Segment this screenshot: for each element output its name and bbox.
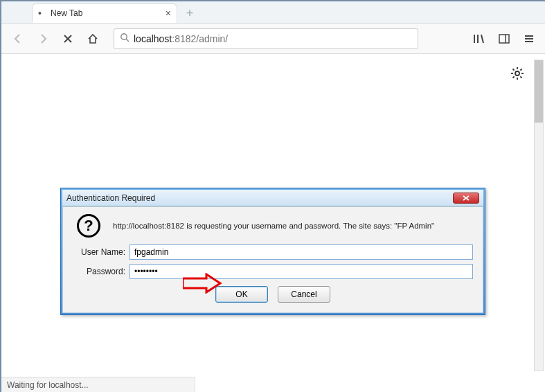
- forward-button[interactable]: [33, 29, 53, 48]
- cancel-button[interactable]: Cancel: [278, 286, 330, 303]
- scrollbar[interactable]: [534, 60, 544, 371]
- svg-point-16: [515, 71, 519, 75]
- dialog-title-text: Authentication Required: [66, 193, 155, 203]
- status-bar: Waiting for localhost...: [1, 377, 195, 392]
- dialog-body: ? http://localhost:8182 is requesting yo…: [62, 206, 483, 313]
- status-text: Waiting for localhost...: [7, 380, 89, 390]
- svg-line-10: [481, 35, 483, 43]
- browser-window: • New Tab × + localhost:8182/admin/: [1, 1, 545, 392]
- tab-title: New Tab: [51, 8, 82, 18]
- hamburger-menu-icon[interactable]: [520, 30, 538, 48]
- home-button[interactable]: [83, 29, 102, 48]
- url-bar[interactable]: localhost:8182/admin/: [114, 28, 418, 49]
- back-button[interactable]: [8, 29, 28, 48]
- dialog-message: http://localhost:8182 is requesting your…: [113, 222, 434, 230]
- scrollbar-thumb[interactable]: [535, 60, 543, 123]
- gear-icon[interactable]: [510, 66, 524, 84]
- svg-line-23: [520, 69, 521, 71]
- svg-rect-11: [499, 35, 509, 43]
- username-label: User Name:: [73, 247, 129, 257]
- stop-button[interactable]: [58, 29, 78, 48]
- url-text: localhost:8182/admin/: [134, 33, 228, 44]
- ok-button[interactable]: OK: [215, 286, 268, 303]
- svg-point-6: [121, 34, 127, 39]
- toolbar: localhost:8182/admin/: [1, 24, 545, 54]
- username-input[interactable]: [129, 244, 473, 260]
- password-input[interactable]: [129, 264, 473, 279]
- auth-dialog: Authentication Required ? http://localho…: [60, 188, 485, 315]
- dialog-titlebar: Authentication Required: [62, 190, 483, 206]
- tab-bar: • New Tab × +: [1, 1, 545, 24]
- password-label: Password:: [73, 267, 129, 276]
- page-content: Search the Web Authentication Required ?…: [1, 54, 545, 377]
- new-tab-button[interactable]: +: [181, 6, 198, 21]
- svg-line-24: [513, 76, 515, 78]
- dialog-close-button[interactable]: [453, 193, 479, 204]
- question-icon: ?: [77, 214, 100, 238]
- search-icon: [120, 33, 129, 44]
- svg-line-22: [520, 76, 521, 78]
- tab-new-tab[interactable]: • New Tab ×: [32, 3, 177, 23]
- sidebar-icon[interactable]: [495, 30, 513, 48]
- svg-line-7: [126, 39, 129, 42]
- library-icon[interactable]: [470, 30, 488, 48]
- tab-close-icon[interactable]: ×: [166, 8, 171, 19]
- tab-loading-icon: •: [38, 10, 45, 17]
- svg-line-21: [513, 69, 515, 71]
